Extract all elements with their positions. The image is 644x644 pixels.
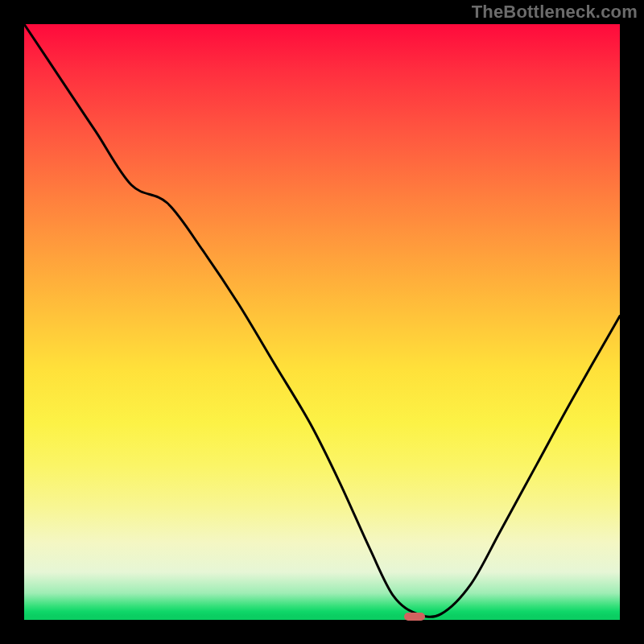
- watermark-text: TheBottleneck.com: [472, 2, 638, 23]
- plot-area: [24, 24, 620, 620]
- optimal-point-marker: [404, 613, 425, 621]
- bottleneck-curve: [24, 24, 620, 617]
- chart-frame: TheBottleneck.com: [0, 0, 644, 644]
- curve-svg: [24, 24, 620, 620]
